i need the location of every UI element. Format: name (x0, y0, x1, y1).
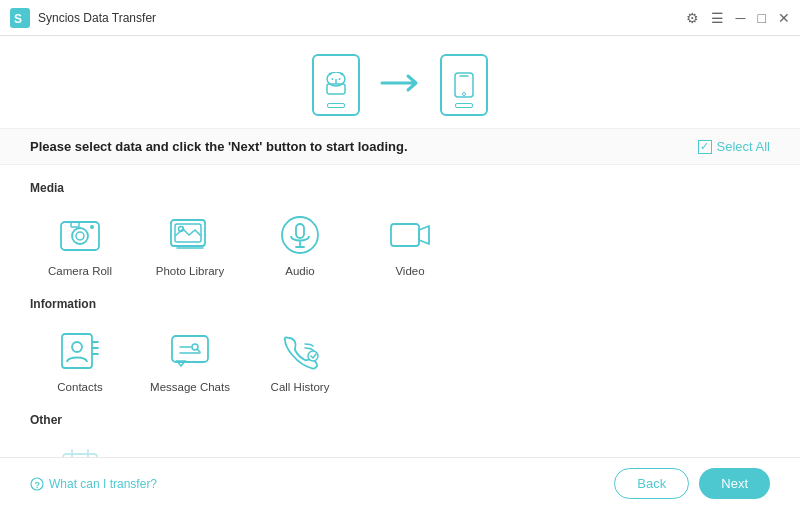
svg-point-14 (76, 232, 84, 240)
svg-point-13 (72, 228, 88, 244)
contacts-label: Contacts (57, 381, 102, 393)
apple-device-box (440, 54, 488, 116)
instruction-text: Please select data and click the 'Next' … (30, 139, 408, 154)
svg-rect-36 (63, 454, 97, 457)
sections-container: Media Camera Roll (0, 165, 800, 457)
main-content: Please select data and click the 'Next' … (0, 36, 800, 509)
next-button[interactable]: Next (699, 468, 770, 499)
back-button[interactable]: Back (614, 468, 689, 499)
camera-roll-icon (56, 211, 104, 259)
select-all-label: Select All (717, 139, 770, 154)
close-icon[interactable]: ✕ (778, 10, 790, 26)
item-audio[interactable]: Audio (250, 203, 350, 285)
media-items-row: Camera Roll Photo Library (30, 203, 770, 285)
svg-point-6 (339, 78, 341, 80)
instruction-bar: Please select data and click the 'Next' … (0, 128, 800, 165)
svg-point-19 (179, 227, 184, 232)
information-items-row: Contacts Message Chats (30, 319, 770, 401)
item-camera-roll[interactable]: Camera Roll (30, 203, 130, 285)
svg-point-26 (72, 342, 82, 352)
source-device (312, 54, 360, 116)
app-logo: S (10, 8, 30, 28)
help-link-text: What can I transfer? (49, 477, 157, 491)
svg-rect-30 (172, 336, 208, 362)
svg-rect-21 (296, 224, 304, 238)
call-history-label: Call History (271, 381, 330, 393)
photo-library-icon (166, 211, 214, 259)
message-chats-icon (166, 327, 214, 375)
title-bar: S Syncios Data Transfer ⚙ ☰ ─ □ ✕ (0, 0, 800, 36)
item-message-chats[interactable]: Message Chats (140, 319, 240, 401)
message-chats-label: Message Chats (150, 381, 230, 393)
select-all-checkbox[interactable]: ✓ (698, 140, 712, 154)
minimize-icon[interactable]: ─ (736, 10, 746, 26)
video-label: Video (395, 265, 424, 277)
other-items-row: Calendar (30, 435, 770, 457)
footer: ? What can I transfer? Back Next (0, 457, 800, 509)
item-calendar: Calendar (30, 435, 130, 457)
item-photo-library[interactable]: Photo Library (140, 203, 240, 285)
svg-point-35 (308, 351, 318, 361)
svg-rect-24 (391, 224, 419, 246)
svg-rect-25 (62, 334, 92, 368)
select-all-area[interactable]: ✓ Select All (698, 139, 770, 154)
photo-library-label: Photo Library (156, 265, 224, 277)
section-title-media: Media (30, 181, 770, 195)
svg-point-16 (90, 225, 94, 229)
android-device-box (312, 54, 360, 116)
audio-label: Audio (285, 265, 314, 277)
item-video[interactable]: Video (360, 203, 460, 285)
video-icon (386, 211, 434, 259)
app-title: Syncios Data Transfer (38, 11, 686, 25)
transfer-arrow (380, 70, 420, 100)
maximize-icon[interactable]: □ (758, 10, 766, 26)
camera-roll-label: Camera Roll (48, 265, 112, 277)
help-icon: ? (30, 477, 44, 491)
window-controls: ⚙ ☰ ─ □ ✕ (686, 10, 790, 26)
menu-icon[interactable]: ☰ (711, 10, 724, 26)
settings-icon[interactable]: ⚙ (686, 10, 699, 26)
svg-line-34 (197, 349, 200, 352)
transfer-header (0, 36, 800, 128)
calendar-icon (56, 443, 104, 457)
svg-point-11 (463, 93, 466, 96)
svg-point-5 (332, 78, 334, 80)
section-title-other: Other (30, 413, 770, 427)
item-contacts[interactable]: Contacts (30, 319, 130, 401)
apple-icon (453, 72, 475, 98)
help-link[interactable]: ? What can I transfer? (30, 477, 157, 491)
section-title-information: Information (30, 297, 770, 311)
audio-icon (276, 211, 324, 259)
target-device (440, 54, 488, 116)
svg-text:?: ? (35, 480, 41, 490)
call-history-icon (276, 327, 324, 375)
item-call-history[interactable]: Call History (250, 319, 350, 401)
contacts-icon (56, 327, 104, 375)
android-icon (323, 72, 349, 98)
svg-text:S: S (14, 12, 22, 26)
svg-rect-15 (71, 222, 79, 227)
footer-buttons: Back Next (614, 468, 770, 499)
